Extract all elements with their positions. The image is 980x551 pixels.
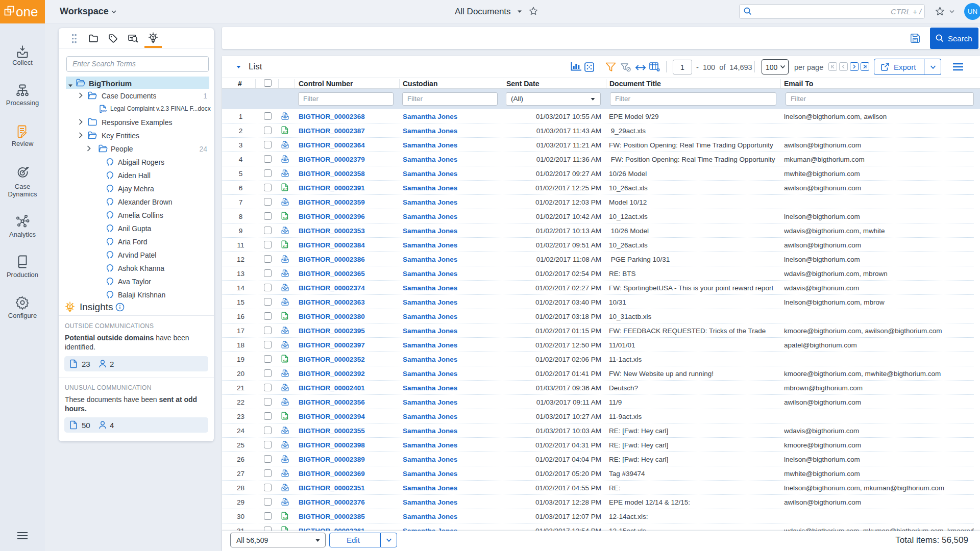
svg-text:XLS: XLS: [283, 188, 288, 191]
svg-text:XLS: XLS: [283, 216, 288, 219]
svg-text:XLS: XLS: [283, 416, 288, 419]
svg-text:DOC: DOC: [101, 110, 107, 113]
svg-text:XLS: XLS: [283, 131, 288, 134]
svg-text:XLS: XLS: [283, 359, 288, 362]
svg-text:one: one: [16, 5, 38, 18]
svg-text:XLS: XLS: [283, 245, 288, 248]
svg-text:XLS: XLS: [283, 516, 288, 519]
svg-text:XLS: XLS: [283, 316, 288, 319]
